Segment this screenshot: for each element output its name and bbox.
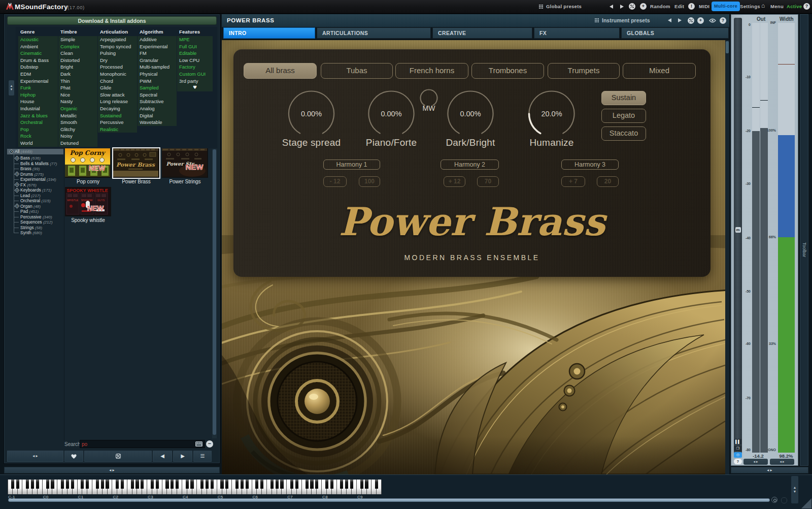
filter-scrollbar-grip[interactable]: ▲▼ xyxy=(9,80,14,96)
tree-item-bass[interactable]: Bass (636) xyxy=(20,155,41,161)
filter-item[interactable]: Spectral xyxy=(138,91,177,99)
preset-grid-scrollbar-thumb[interactable] xyxy=(213,149,216,435)
preset-grid-scrollbar[interactable] xyxy=(212,149,217,438)
menu-button[interactable]: Menu xyxy=(770,0,784,13)
filter-item[interactable]: Wavetable xyxy=(138,119,177,126)
filter-item[interactable]: Industrial xyxy=(18,105,58,112)
black-key[interactable] xyxy=(31,480,34,489)
tab-articulations[interactable]: ARTICULATIONS xyxy=(317,27,431,39)
tab-creative[interactable]: CREATIVE xyxy=(432,27,532,39)
filter-item[interactable]: Dry xyxy=(98,57,137,64)
info-icon[interactable]: ! xyxy=(688,3,695,10)
keyboard-range-scrollbar[interactable] xyxy=(8,498,770,502)
harmony-interval-2[interactable]: + 12 xyxy=(444,176,465,187)
tree-expand-icon[interactable]: + xyxy=(15,187,20,193)
articulation-button-staccato[interactable]: Staccato xyxy=(601,126,646,141)
black-key[interactable] xyxy=(276,480,279,489)
filter-item[interactable]: Factory xyxy=(177,63,213,71)
black-key[interactable] xyxy=(71,480,74,489)
filter-item[interactable]: Realistic xyxy=(98,126,137,133)
filter-item[interactable]: Nasty xyxy=(58,98,97,105)
harmony-level-1[interactable]: 100 xyxy=(359,176,380,187)
harmony-button-3[interactable]: Harmony 3 xyxy=(561,160,619,170)
filter-item[interactable]: Long release xyxy=(98,98,137,105)
tab-intro[interactable]: INTRO xyxy=(223,27,315,39)
keyboard-zoom-icon[interactable] xyxy=(771,497,777,503)
filter-item[interactable]: Jazz & blues xyxy=(18,112,58,119)
filter-item[interactable]: Rock xyxy=(18,133,58,140)
black-key[interactable] xyxy=(365,480,368,489)
harmony-level-2[interactable]: 70 xyxy=(477,176,499,187)
black-key[interactable] xyxy=(200,480,204,489)
tree-item-sequences[interactable]: Sequences (212) xyxy=(20,219,53,225)
next-preset-button-browser[interactable]: ▶ xyxy=(173,451,192,462)
black-key[interactable] xyxy=(306,480,309,489)
black-key[interactable] xyxy=(345,480,348,489)
keyboard-vertical-scrollbar[interactable]: ▲▼ xyxy=(791,476,798,503)
filter-item[interactable]: Nice xyxy=(58,91,97,99)
main-scrollbar[interactable] xyxy=(725,40,729,474)
black-key[interactable] xyxy=(325,480,328,489)
tree-expand-icon[interactable]: + xyxy=(15,155,20,161)
black-key[interactable] xyxy=(151,480,154,489)
filter-item[interactable]: Additive xyxy=(138,36,177,43)
keyboard-option-icon[interactable] xyxy=(781,497,787,503)
tree-width-resizer[interactable]: ◂ ▸ xyxy=(7,451,63,462)
right-panel-resizer[interactable]: ◂ ▸ xyxy=(731,467,808,473)
random-preset-icon[interactable] xyxy=(629,3,635,10)
tree-item-organ[interactable]: Organ (48) xyxy=(20,204,41,209)
filter-item[interactable]: PWM xyxy=(138,78,177,85)
global-presets-button[interactable]: Global presets xyxy=(546,0,582,13)
help-icon[interactable]: ? xyxy=(803,3,810,10)
black-key[interactable] xyxy=(350,480,353,489)
black-key[interactable] xyxy=(260,480,263,489)
harmony-button-1[interactable]: Harmony 1 xyxy=(323,160,380,170)
filter-item[interactable]: Ambient xyxy=(18,43,58,50)
filter-item[interactable]: Organic xyxy=(58,105,97,112)
meter-popup-icon[interactable]: ❐ xyxy=(734,446,742,451)
black-key[interactable] xyxy=(186,480,189,489)
filter-item[interactable]: Simple xyxy=(58,36,97,43)
filter-item[interactable]: Drum & Bass xyxy=(18,57,58,64)
browser-menu-button[interactable]: ☰ xyxy=(193,451,212,462)
black-key[interactable] xyxy=(310,480,313,489)
filter-item[interactable]: Thin xyxy=(58,78,97,85)
black-key[interactable] xyxy=(280,480,283,489)
filter-item[interactable]: Subtractive xyxy=(138,98,177,105)
filter-item[interactable]: Metallic xyxy=(58,112,97,119)
filter-item[interactable]: Arpeggiated xyxy=(98,36,137,43)
midi-button[interactable]: MIDI xyxy=(699,0,709,13)
black-key[interactable] xyxy=(165,480,168,489)
tree-expand-icon[interactable]: + xyxy=(15,204,20,209)
filter-item[interactable]: Experimental xyxy=(18,78,58,85)
filter-item[interactable]: Glide xyxy=(98,84,137,91)
meter-pause-icon[interactable]: ▌▌ xyxy=(734,439,742,444)
tree-expand-icon[interactable]: + xyxy=(15,172,20,177)
filter-item[interactable]: Acoustic xyxy=(18,36,58,43)
prev-preset-button[interactable] xyxy=(610,5,613,9)
black-key[interactable] xyxy=(171,480,174,489)
instrument-next-preset[interactable] xyxy=(678,18,682,22)
filter-item[interactable]: Processed xyxy=(98,63,137,71)
black-key[interactable] xyxy=(211,480,214,489)
black-key[interactable] xyxy=(190,480,193,489)
filter-item[interactable]: Sustained xyxy=(98,112,137,119)
filter-item[interactable]: Decaying xyxy=(98,105,137,112)
filter-item[interactable]: Glitchy xyxy=(58,126,97,133)
favorite-button[interactable] xyxy=(64,451,83,462)
tab-globals[interactable]: GLOBALS xyxy=(621,27,729,39)
tree-item-orchestral[interactable]: Orchestral (115) xyxy=(20,198,51,204)
tree-item-experimental[interactable]: Experimental (194) xyxy=(20,177,56,182)
preset-thumbnail-popcorny[interactable]: Pop CornyNEW xyxy=(65,148,111,178)
tree-item-percussive[interactable]: Percussive (340) xyxy=(20,214,52,220)
filter-item[interactable]: Chord xyxy=(98,78,137,85)
width-meter-resizer[interactable]: ◂ ▸ xyxy=(770,459,794,465)
preset-thumbnail-powerbrass[interactable]: Power Brass xyxy=(113,148,159,178)
piano-keyboard[interactable] xyxy=(8,480,382,494)
meter-help-icon[interactable]: ? xyxy=(734,459,742,464)
filter-item[interactable]: Phat xyxy=(58,84,97,91)
filter-item[interactable]: Percussive xyxy=(98,119,137,126)
tree-item-synth[interactable]: Synth (680) xyxy=(20,230,42,236)
filter-item[interactable]: ♥ xyxy=(177,84,213,91)
black-key[interactable] xyxy=(16,480,19,489)
